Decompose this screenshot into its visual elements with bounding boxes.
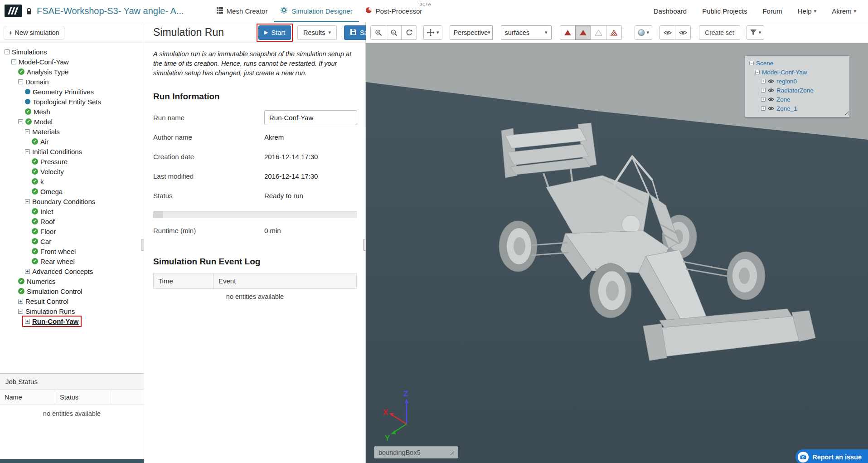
- tree-item[interactable]: + Run-Conf-Yaw: [0, 316, 144, 326]
- plus-icon: +: [9, 29, 12, 36]
- expander-icon[interactable]: +: [25, 269, 30, 274]
- tree-item[interactable]: + Result Control: [0, 296, 144, 306]
- show-all-button[interactable]: [675, 25, 691, 40]
- tab-mesh-creator[interactable]: Mesh Creator: [210, 0, 274, 22]
- expander-icon[interactable]: +: [761, 79, 766, 83]
- expander-icon[interactable]: −: [5, 49, 10, 54]
- sidebar-bottom-strip: [0, 459, 144, 463]
- tree-item[interactable]: − Materials: [0, 127, 144, 136]
- tree-item[interactable]: ✓ Numerics: [0, 276, 144, 286]
- status-icon: ✓: [25, 108, 31, 115]
- tree-item[interactable]: − Boundary Conditions: [0, 196, 144, 206]
- expander-icon[interactable]: +: [761, 97, 766, 102]
- scene-tree-item[interactable]: + RadiatorZone: [748, 86, 847, 95]
- tab-simulation-designer[interactable]: Simulation Designer: [274, 0, 359, 22]
- sidebar-splitter-handle[interactable]: [141, 239, 144, 251]
- resize-handle-icon[interactable]: [844, 108, 849, 117]
- tree-item[interactable]: − Simulation Runs: [0, 306, 144, 316]
- nav-menu-help[interactable]: Help▾: [798, 7, 816, 15]
- report-issue-button[interactable]: Report an issue: [795, 449, 868, 463]
- zoom-in-button[interactable]: [370, 25, 386, 40]
- zoom-out-button[interactable]: [386, 25, 402, 40]
- refresh-view-button[interactable]: [401, 25, 417, 40]
- scene-tree-item[interactable]: + Zone_1: [748, 104, 847, 113]
- post-processor-icon: [365, 7, 372, 15]
- eye-icon[interactable]: [768, 96, 774, 103]
- tree-item[interactable]: ✓ k: [0, 176, 144, 186]
- tree-item[interactable]: ✓ Velocity: [0, 166, 144, 176]
- tree-item[interactable]: + Advanced Concepts: [0, 266, 144, 276]
- expander-icon[interactable]: +: [761, 88, 766, 93]
- tree-item[interactable]: − ✓ Model: [0, 117, 144, 127]
- show-solid-faces-toggle[interactable]: [560, 25, 576, 40]
- show-shaded-faces-toggle[interactable]: [575, 25, 591, 40]
- scene-tree-item-label: Zone_1: [776, 105, 797, 112]
- nav-link-dashboard[interactable]: Dashboard: [654, 7, 687, 15]
- scene-tree-item[interactable]: + Zone: [748, 95, 847, 104]
- expander-icon[interactable]: −: [18, 79, 23, 84]
- tree-item[interactable]: ✓ Mesh: [0, 107, 144, 117]
- tree-item[interactable]: Topological Entity Sets: [0, 97, 144, 107]
- panel-splitter-handle[interactable]: [363, 239, 366, 251]
- tree-item[interactable]: ✓ Pressure: [0, 156, 144, 166]
- expander-icon[interactable]: −: [11, 59, 16, 64]
- front-right-wheel[interactable]: [727, 252, 765, 300]
- projection-select[interactable]: Perspective ▾: [450, 25, 493, 40]
- tab-post-processor[interactable]: Post-Processor BETA: [359, 0, 429, 22]
- filter-dropdown-button[interactable]: ▾: [747, 25, 765, 40]
- scene-tree-item[interactable]: − Scene: [748, 58, 847, 68]
- expander-icon[interactable]: +: [18, 299, 23, 304]
- mesh-grid-icon: [217, 7, 223, 15]
- eye-icon[interactable]: [768, 87, 774, 94]
- eye-icon[interactable]: [768, 78, 774, 85]
- expander-icon[interactable]: −: [18, 309, 23, 314]
- scene-tree-item[interactable]: + region0: [748, 77, 847, 86]
- form-field-row: Last modified 2016-12-14 17:30: [153, 166, 356, 186]
- start-run-button[interactable]: ▶ Start: [258, 25, 291, 40]
- scene-tree-item[interactable]: − Model-Conf-Yaw: [748, 68, 847, 77]
- tree-item[interactable]: ✓ Front wheel: [0, 246, 144, 256]
- render-mode-select[interactable]: surfaces ▾: [501, 25, 552, 40]
- pan-tool-dropdown-button[interactable]: ▾: [423, 25, 442, 40]
- results-dropdown-button[interactable]: Results ▾: [297, 25, 337, 40]
- create-set-button[interactable]: Create set: [699, 25, 740, 40]
- tree-item[interactable]: ✓ Inlet: [0, 206, 144, 216]
- tree-item[interactable]: ✓ Rear wheel: [0, 256, 144, 266]
- rear-left-wheel[interactable]: [499, 221, 537, 272]
- expander-icon[interactable]: −: [749, 61, 754, 65]
- tree-item[interactable]: − Domain: [0, 77, 144, 87]
- resize-handle-icon[interactable]: [449, 449, 454, 456]
- expander-icon[interactable]: −: [25, 199, 30, 204]
- expander-icon[interactable]: +: [761, 106, 766, 111]
- nav-menu-user[interactable]: Akrem▾: [832, 7, 856, 15]
- show-wireframe-toggle[interactable]: [591, 25, 606, 40]
- tree-item[interactable]: ✓ Analysis Type: [0, 67, 144, 77]
- nav-link-forum[interactable]: Forum: [762, 7, 782, 15]
- expander-icon[interactable]: −: [25, 129, 30, 134]
- expander-icon[interactable]: −: [18, 119, 23, 124]
- tree-item[interactable]: − Simulations: [0, 47, 144, 57]
- tree-item[interactable]: ✓ Air: [0, 136, 144, 146]
- bounding-box-field[interactable]: boundingBox5: [374, 446, 458, 458]
- color-options-dropdown-button[interactable]: ▾: [635, 25, 653, 40]
- eye-icon[interactable]: [768, 105, 774, 112]
- tree-item[interactable]: − Model-Conf-Yaw: [0, 57, 144, 67]
- 3d-viewport[interactable]: Z X Y − Scene − Model-Conf-Yaw + region0…: [366, 43, 868, 463]
- run-name-input[interactable]: [264, 110, 357, 125]
- tree-item[interactable]: ✓ Car: [0, 236, 144, 246]
- expander-icon[interactable]: +: [25, 319, 30, 324]
- expander-icon[interactable]: −: [25, 149, 30, 154]
- tree-item[interactable]: − Initial Conditions: [0, 146, 144, 156]
- front-left-wheel[interactable]: [590, 263, 631, 318]
- field-label: Last modified: [153, 172, 264, 180]
- nav-link-public-projects[interactable]: Public Projects: [702, 7, 747, 15]
- tree-item[interactable]: ✓ Omega: [0, 186, 144, 196]
- show-mesh-faces-toggle[interactable]: [606, 25, 622, 40]
- tree-item[interactable]: Geometry Primitives: [0, 87, 144, 97]
- tree-item[interactable]: ✓ Roof: [0, 216, 144, 226]
- show-selection-button[interactable]: [659, 25, 675, 40]
- expander-icon[interactable]: −: [755, 70, 760, 74]
- tree-item[interactable]: ✓ Simulation Control: [0, 286, 144, 296]
- new-simulation-button[interactable]: + New simulation: [4, 26, 64, 39]
- tree-item[interactable]: ✓ Floor: [0, 226, 144, 236]
